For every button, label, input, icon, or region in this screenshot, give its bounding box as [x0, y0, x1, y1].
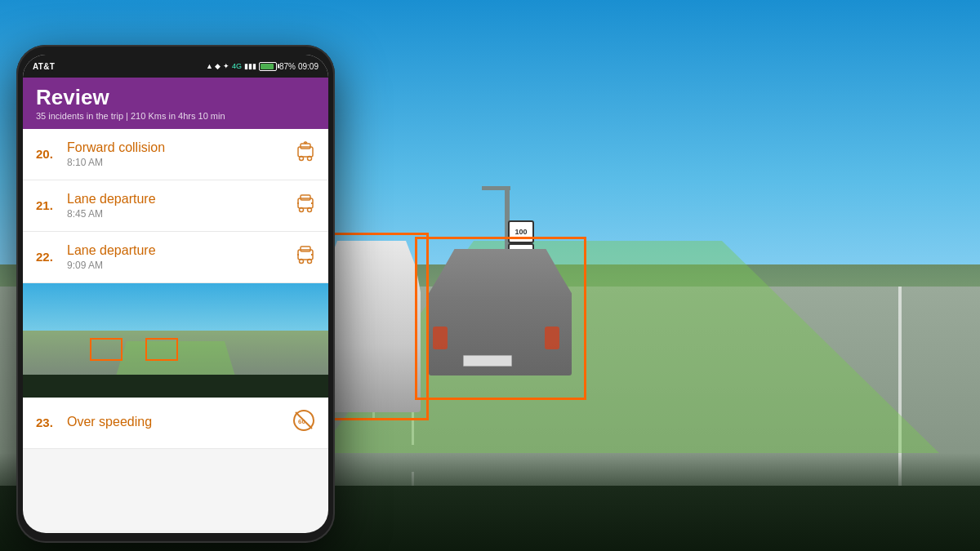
app-subtitle: 35 incidents in the trip | 210 Kms in 4h…: [36, 111, 315, 121]
svg-point-2: [300, 156, 304, 160]
svg-rect-1: [301, 144, 310, 149]
battery-fill: [261, 64, 274, 69]
svg-rect-14: [301, 247, 310, 251]
incident-number-23: 23.: [36, 415, 60, 429]
overspeeding-icon: 60: [292, 409, 315, 437]
incident-time-20: 8:10 AM: [67, 157, 289, 168]
incident-name-23: Over speeding: [67, 415, 286, 429]
phone-device: AT&T ▲ ◆ ✦ 4G ▮▮▮ 87% 09:09 Review 35 in…: [16, 45, 335, 543]
main-car-bbox: [415, 237, 586, 400]
incident-time-22: 9:09 AM: [67, 260, 289, 271]
forward-collision-icon: [296, 140, 315, 168]
incident-item-23[interactable]: 23. Over speeding 60: [23, 398, 328, 449]
incident-item-21[interactable]: 21. Lane departure 8:45 AM: [23, 180, 328, 232]
thumb-car-bbox-2: [145, 338, 178, 361]
svg-rect-8: [301, 195, 310, 200]
thumbnail-preview[interactable]: [23, 283, 328, 398]
signal-strength: ▲ ◆ ✦: [206, 62, 229, 70]
thumb-car-bbox-1: [90, 338, 122, 361]
svg-text:60: 60: [298, 418, 305, 425]
incident-item-22[interactable]: 22. Lane departure 9:09 AM: [23, 232, 328, 283]
incident-info-23: Over speeding: [67, 415, 286, 431]
street-light-arm: [482, 186, 510, 190]
battery-percent: 87%: [279, 62, 296, 71]
left-car-bbox: [318, 233, 429, 420]
signal-bars: ▮▮▮: [244, 62, 256, 70]
svg-point-3: [308, 156, 312, 160]
incident-number-20: 20.: [36, 147, 60, 161]
incident-name-20: Forward collision: [67, 140, 289, 155]
network-type: 4G: [232, 62, 242, 70]
carrier-label: AT&T: [33, 62, 55, 71]
status-bar: AT&T ▲ ◆ ✦ 4G ▮▮▮ 87% 09:09: [23, 55, 328, 78]
app-header: Review 35 incidents in the trip | 210 Km…: [23, 78, 328, 129]
thumb-inner: [23, 283, 328, 398]
svg-point-15: [300, 259, 304, 263]
thumb-sky: [23, 283, 328, 335]
svg-point-16: [308, 259, 312, 263]
svg-point-9: [300, 207, 304, 211]
lane-departure-icon-22: [296, 243, 315, 271]
incident-time-21: 8:45 AM: [67, 208, 289, 220]
incident-name-21: Lane departure: [67, 192, 289, 207]
incident-number-21: 21.: [36, 198, 60, 212]
phone-screen: AT&T ▲ ◆ ✦ 4G ▮▮▮ 87% 09:09 Review 35 in…: [23, 55, 328, 533]
incident-info-21: Lane departure 8:45 AM: [67, 192, 289, 220]
battery-indicator: [259, 62, 277, 71]
incident-info-20: Forward collision 8:10 AM: [67, 140, 289, 168]
incident-name-22: Lane departure: [67, 243, 289, 258]
incident-info-22: Lane departure 9:09 AM: [67, 243, 289, 271]
clock: 09:09: [298, 62, 318, 71]
incident-item-20[interactable]: 20. Forward collision 8:10 AM: [23, 129, 328, 180]
incident-number-22: 22.: [36, 250, 60, 264]
thumb-dash: [23, 375, 328, 398]
phone-frame: AT&T ▲ ◆ ✦ 4G ▮▮▮ 87% 09:09 Review 35 in…: [16, 45, 335, 543]
status-icons: ▲ ◆ ✦ 4G ▮▮▮ 87% 09:09: [206, 62, 318, 71]
lane-departure-icon-21: [296, 192, 315, 220]
incident-list: 20. Forward collision 8:10 AM: [23, 129, 328, 449]
svg-point-10: [308, 207, 312, 211]
app-title: Review: [36, 86, 315, 109]
